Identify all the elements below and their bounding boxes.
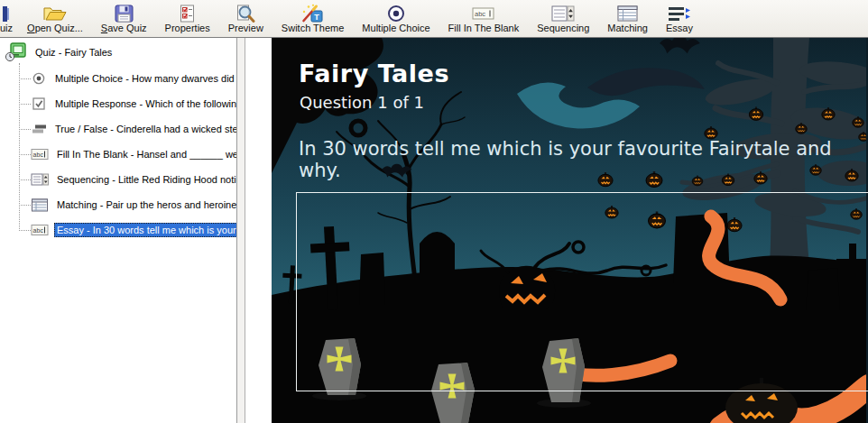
tree-item-sequencing[interactable]: Sequencing - Little Red Riding Hood noti… <box>31 170 237 189</box>
tree-item-fill-in-the-blank[interactable]: abc Fill In The Blank - Hansel and _____… <box>31 145 237 163</box>
toolbar-button-preview[interactable]: Preview <box>219 0 272 37</box>
svg-text:T: T <box>314 13 319 22</box>
text-field-icon: abc <box>31 224 49 236</box>
sequencing-icon <box>551 4 575 23</box>
properties-checklist-icon <box>180 4 195 23</box>
main-area: Quiz - Fairy Tales Multiple Choice - How… <box>0 38 868 423</box>
tree-item-matching[interactable]: Matching - Pair up the heros and heroine… <box>31 196 237 214</box>
toolbar-label: Open Quiz... <box>27 23 83 34</box>
tree-item-true-false[interactable]: True / False - Cinderella had a wicked s… <box>31 120 237 138</box>
toolbar-label: Sequencing <box>537 23 589 34</box>
text-field-icon: abc <box>31 148 49 161</box>
radio-icon <box>387 4 405 23</box>
text-field-icon: abc <box>472 4 494 23</box>
quiz-title: Fairy Tales <box>299 60 449 87</box>
theme-wand-icon: T <box>301 4 324 23</box>
essay-icon <box>668 4 691 23</box>
quiz-preview-pane: Fairy Tales Question 1 of 1 In 30 words … <box>272 38 868 423</box>
tree-item-label: Multiple Response - Which of the followi… <box>52 97 237 111</box>
tree-connector-line <box>19 63 20 231</box>
sequencing-icon <box>31 173 49 186</box>
radio-icon <box>31 72 47 85</box>
tree-item-label: Sequencing - Little Red Riding Hood noti… <box>54 172 237 187</box>
toolbar-label: Switch Theme <box>282 23 345 34</box>
tree-connector <box>19 104 31 105</box>
panel-splitter[interactable] <box>237 38 245 423</box>
tree-item-multiple-choice[interactable]: Multiple Choice - How many dwarves did S… <box>31 69 237 87</box>
app-window: uiz Open Quiz... <box>0 0 868 423</box>
tree-item-label: Matching - Pair up the heros and heroine… <box>54 198 237 212</box>
toolbar-button-open-quiz[interactable]: Open Quiz... <box>18 0 92 37</box>
question-tree-panel: Quiz - Fairy Tales Multiple Choice - How… <box>0 38 237 423</box>
tree-item-label: Fill In The Blank - Hansel and ______ we… <box>54 147 237 161</box>
matching-icon <box>617 4 638 23</box>
panel-gutter <box>245 38 272 423</box>
new-quiz-icon <box>3 4 10 23</box>
matching-icon <box>31 198 49 212</box>
toolbar-label: Multiple Choice <box>362 23 429 34</box>
toolbar-label: Save Quiz <box>101 23 147 34</box>
quiz-icon <box>5 42 27 62</box>
svg-text:abc: abc <box>33 227 44 234</box>
preview-magnifier-icon <box>235 4 255 23</box>
svg-text:abc: abc <box>475 10 485 18</box>
toolbar-button-multiple-choice[interactable]: Multiple Choice <box>353 0 439 37</box>
toolbar-button-essay[interactable]: Essay <box>657 0 702 37</box>
tree-item-essay[interactable]: abc Essay - In 30 words tell me which is… <box>31 221 237 239</box>
tree-item-multiple-response[interactable]: Multiple Response - Which of the followi… <box>31 95 237 113</box>
toolbar-button-properties[interactable]: Properties <box>156 0 219 37</box>
essay-answer-area[interactable] <box>296 192 868 391</box>
svg-text:abc: abc <box>33 152 44 158</box>
tree-item-label: True / False - Cinderella had a wicked s… <box>52 122 237 136</box>
toolbar-button-matching[interactable]: Matching <box>598 0 657 37</box>
toolbar-button-fill-in-the-blank[interactable]: abc Fill In The Blank <box>439 0 529 37</box>
tree-root-quiz[interactable]: Quiz - Fairy Tales <box>5 43 115 61</box>
true-false-icon <box>31 123 47 135</box>
toolbar-button-sequencing[interactable]: Sequencing <box>528 0 598 37</box>
toolbar-label: uiz <box>0 23 13 34</box>
tree-connector <box>19 205 31 206</box>
open-folder-icon <box>42 4 67 23</box>
toolbar-button-save-quiz[interactable]: Save Quiz <box>92 0 156 37</box>
toolbar-button-switch-theme[interactable]: T Switch Theme <box>272 0 354 37</box>
tree-connector <box>19 179 31 180</box>
tree-connector <box>19 230 31 231</box>
toolbar-label: Matching <box>607 23 648 34</box>
question-text: In 30 words tell me which is your favour… <box>299 138 868 181</box>
tree-root-label: Quiz - Fairy Tales <box>32 45 115 60</box>
toolbar-button-new-quiz[interactable]: uiz <box>0 0 18 37</box>
tree-connector <box>19 154 31 155</box>
toolbar-label: Essay <box>666 23 693 34</box>
toolbar-label: Preview <box>228 23 263 34</box>
save-floppy-icon <box>115 4 134 23</box>
tree-connector <box>19 78 31 79</box>
tree-item-label: Essay - In 30 words tell me which is you… <box>54 223 237 237</box>
checkbox-icon <box>31 97 47 110</box>
toolbar-label: Properties <box>165 23 210 34</box>
tree-item-label: Multiple Choice - How many dwarves did S… <box>52 71 237 86</box>
question-progress: Question 1 of 1 <box>300 93 424 112</box>
tree-connector <box>19 129 31 130</box>
toolbar-label: Fill In The Blank <box>448 23 520 34</box>
toolbar: uiz Open Quiz... <box>0 0 868 38</box>
